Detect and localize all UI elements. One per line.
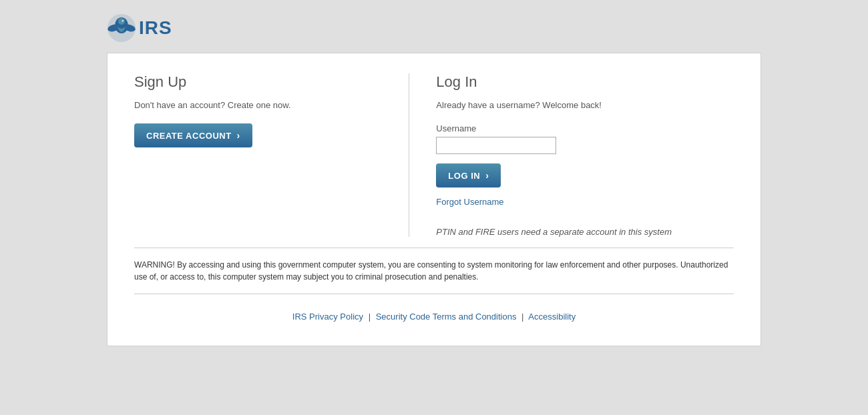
warning-text: WARNING! By accessing and using this gov… xyxy=(134,259,734,283)
security-terms-link[interactable]: Security Code Terms and Conditions xyxy=(376,312,517,322)
login-title: Log In xyxy=(436,73,734,91)
top-divider xyxy=(134,248,734,248)
forgot-username-link[interactable]: Forgot Username xyxy=(436,197,734,207)
login-button-label: LOG IN xyxy=(448,171,480,181)
footer-links: IRS Privacy Policy | Security Code Terms… xyxy=(134,305,734,326)
signup-title: Sign Up xyxy=(134,73,382,91)
svg-point-7 xyxy=(122,20,124,21)
create-account-label: CREATE ACCOUNT xyxy=(146,131,232,141)
login-description: Already have a username? Welcome back! xyxy=(436,100,734,110)
irs-logo-text: IRS xyxy=(139,17,172,39)
two-col-layout: Sign Up Don't have an account? Create on… xyxy=(134,73,734,237)
signup-description: Don't have an account? Create one now. xyxy=(134,100,382,110)
username-input[interactable] xyxy=(436,137,556,154)
login-section: Log In Already have a username? Welcome … xyxy=(409,73,734,237)
privacy-policy-link[interactable]: IRS Privacy Policy xyxy=(292,312,363,322)
signup-section: Sign Up Don't have an account? Create on… xyxy=(134,73,409,237)
create-account-button[interactable]: CREATE ACCOUNT › xyxy=(134,123,252,147)
login-button-arrow: › xyxy=(485,170,489,181)
separator-1: | xyxy=(369,312,371,322)
create-account-arrow: › xyxy=(237,130,240,141)
ptin-notice: PTIN and FIRE users need a separate acco… xyxy=(436,220,734,237)
page-wrapper: IRS Sign Up Don't have an account? Creat… xyxy=(0,0,868,360)
irs-logo: IRS xyxy=(107,13,761,43)
separator-2: | xyxy=(521,312,523,322)
login-button[interactable]: LOG IN › xyxy=(436,163,501,187)
irs-eagle-icon xyxy=(107,13,136,43)
header: IRS xyxy=(107,0,761,53)
main-card: Sign Up Don't have an account? Create on… xyxy=(107,53,761,346)
accessibility-link[interactable]: Accessibility xyxy=(528,312,576,322)
username-label: Username xyxy=(436,123,734,133)
bottom-divider xyxy=(134,294,734,294)
